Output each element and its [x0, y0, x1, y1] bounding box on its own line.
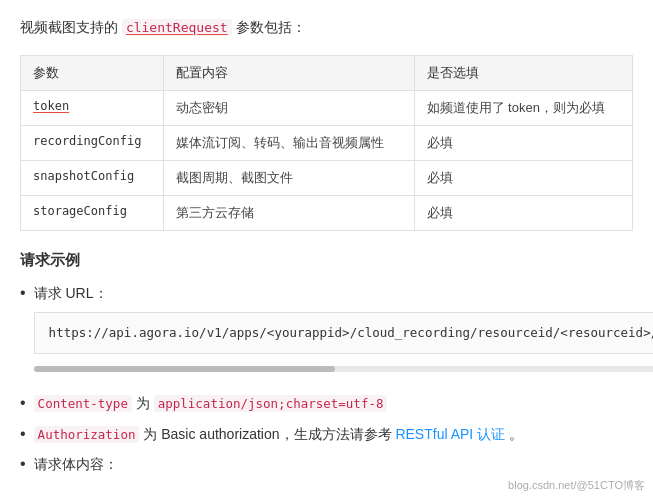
- url-content: 请求 URL： https://api.agora.io/v1/apps/<yo…: [34, 282, 653, 384]
- table-body: token 动态密钥 如频道使用了 token，则为必填 recordingCo…: [21, 90, 633, 230]
- url-scrollbar[interactable]: [34, 366, 653, 372]
- required-token: 如频道使用了 token，则为必填: [414, 90, 633, 125]
- intro-suffix: 参数包括：: [232, 19, 306, 35]
- url-label: 请求 URL：: [34, 285, 108, 301]
- intro-paragraph: 视频截图支持的 clientRequest 参数包括：: [20, 16, 633, 39]
- param-recording: recordingConfig: [21, 125, 164, 160]
- required-recording: 必填: [414, 125, 633, 160]
- content-type-text: Content-type 为 application/json;charset=…: [34, 392, 388, 414]
- bullet-list: 请求 URL： https://api.agora.io/v1/apps/<yo…: [20, 282, 633, 476]
- content-type-code: Content-type: [34, 395, 132, 412]
- param-storage: storageConfig: [21, 195, 164, 230]
- list-item-body: 请求体内容：: [20, 453, 633, 475]
- table-row: snapshotConfig 截图周期、截图文件 必填: [21, 160, 633, 195]
- required-storage: 必填: [414, 195, 633, 230]
- col-config: 配置内容: [164, 55, 414, 90]
- table-row: token 动态密钥 如频道使用了 token，则为必填: [21, 90, 633, 125]
- auth-text: Authorization 为 Basic authorization，生成方法…: [34, 423, 523, 445]
- list-item-content-type: Content-type 为 application/json;charset=…: [20, 392, 633, 414]
- url-box[interactable]: https://api.agora.io/v1/apps/<yourappid>…: [34, 312, 653, 354]
- col-required: 是否选填: [414, 55, 633, 90]
- col-param: 参数: [21, 55, 164, 90]
- params-table: 参数 配置内容 是否选填 token 动态密钥 如频道使用了 token，则为必…: [20, 55, 633, 231]
- required-snapshot: 必填: [414, 160, 633, 195]
- auth-suffix: 。: [509, 426, 523, 442]
- intro-prefix: 视频截图支持的: [20, 19, 122, 35]
- config-recording: 媒体流订阅、转码、输出音视频属性: [164, 125, 414, 160]
- table-row: recordingConfig 媒体流订阅、转码、输出音视频属性 必填: [21, 125, 633, 160]
- auth-code: Authorization: [34, 426, 140, 443]
- intro-code: clientRequest: [122, 19, 232, 36]
- param-snapshot: snapshotConfig: [21, 160, 164, 195]
- content-type-middle: 为: [136, 395, 154, 411]
- content-type-value: application/json;charset=utf-8: [154, 395, 388, 412]
- table-row: storageConfig 第三方云存储 必填: [21, 195, 633, 230]
- body-label: 请求体内容：: [34, 453, 118, 475]
- request-example-section: 请求示例 请求 URL： https://api.agora.io/v1/app…: [20, 251, 633, 476]
- config-storage: 第三方云存储: [164, 195, 414, 230]
- intro-section: 视频截图支持的 clientRequest 参数包括：: [20, 16, 633, 39]
- auth-link[interactable]: RESTful API 认证: [395, 426, 505, 442]
- config-token: 动态密钥: [164, 90, 414, 125]
- watermark: blog.csdn.net/@51CTO博客: [508, 478, 645, 493]
- section-title: 请求示例: [20, 251, 633, 270]
- table-header: 参数 配置内容 是否选填: [21, 55, 633, 90]
- list-item-auth: Authorization 为 Basic authorization，生成方法…: [20, 423, 633, 445]
- header-row: 参数 配置内容 是否选填: [21, 55, 633, 90]
- config-snapshot: 截图周期、截图文件: [164, 160, 414, 195]
- url-text: https://api.agora.io/v1/apps/<yourappid>…: [49, 325, 653, 340]
- list-item-url: 请求 URL： https://api.agora.io/v1/apps/<yo…: [20, 282, 633, 384]
- param-token: token: [21, 90, 164, 125]
- auth-middle: 为 Basic authorization，生成方法请参考: [143, 426, 395, 442]
